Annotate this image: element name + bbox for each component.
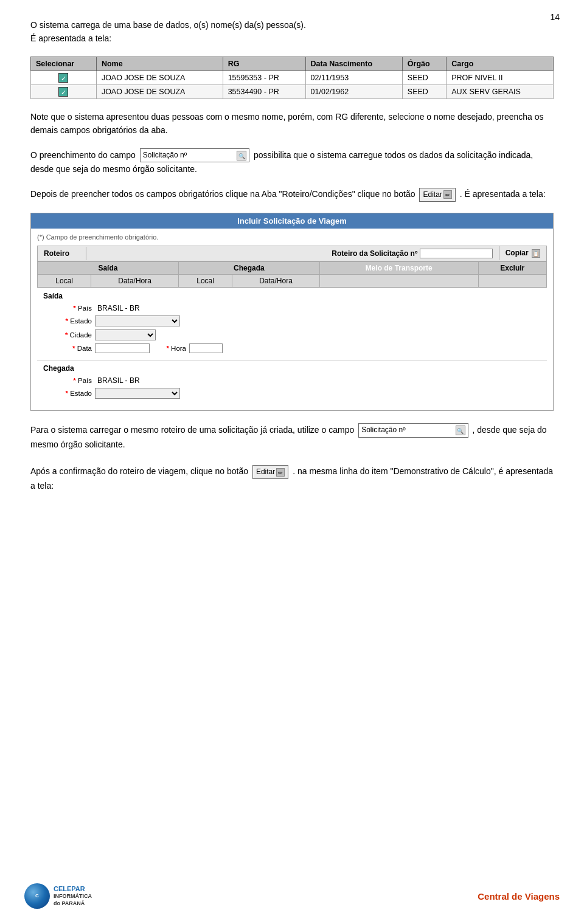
- preenchimento-paragraph: O preenchimento do campo Solicitação nº …: [30, 148, 554, 176]
- solicitacao-input2[interactable]: [406, 426, 454, 435]
- depois-text1: Depois de preencher todos os campos obri…: [30, 189, 415, 199]
- logo-informatica: INFORMÁTICA: [54, 893, 92, 900]
- col-excluir-sub: [478, 274, 546, 287]
- cidade-label: * Cidade: [43, 331, 92, 339]
- solicitacao-label2: Solicitação nº: [361, 424, 405, 436]
- cidade-row: * Cidade: [43, 329, 541, 340]
- check-icon[interactable]: ✓: [58, 73, 68, 83]
- check-icon[interactable]: ✓: [58, 87, 68, 97]
- depois-text2: . É apresentada a tela:: [460, 189, 546, 199]
- logo-celepar: CELEPAR: [54, 884, 92, 893]
- roteiro-header: Roteiro Roteiro da Solicitação nº Copiar…: [37, 246, 547, 261]
- intro-line2: É apresentada a tela:: [30, 32, 554, 45]
- depois-paragraph: Depois de preencher todos os campos obri…: [30, 187, 554, 202]
- editar-label: Editar: [423, 189, 442, 201]
- copiar-label: Copiar: [506, 249, 529, 257]
- orgao-cell: SEED: [402, 71, 446, 84]
- saida-title: Saída: [43, 292, 541, 300]
- col-datahora-chegada: Data/Hora: [232, 274, 320, 287]
- incluir-solicitacao-form: Incluir Solicitação de Viagem (*) Campo …: [30, 213, 554, 411]
- roteiro-sol: Roteiro da Solicitação nº: [86, 246, 499, 261]
- col-meio-transporte: Meio de Transporte: [319, 261, 478, 274]
- roteiro-sol-label: Roteiro da Solicitação nº: [332, 249, 417, 258]
- orgao-cell: SEED: [402, 84, 446, 98]
- solicitacao-field-snippet2: Solicitação nº 🔍: [358, 423, 468, 437]
- nome-cell: JOAO JOSE DE SOUZA: [96, 71, 223, 84]
- roteiro-sol-input[interactable]: [420, 249, 493, 258]
- solicitacao-label: Solicitação nº: [143, 150, 187, 161]
- intro-line1: O sistema carrega de uma base de dados, …: [30, 18, 554, 32]
- form-note: (*) Campo de preenchimento obrigatório.: [37, 233, 547, 241]
- table-row: ✓ JOAO JOSE DE SOUZA 15595353 - PR 02/11…: [31, 71, 554, 84]
- col-cargo: Cargo: [447, 57, 554, 71]
- nome-cell: JOAO JOSE DE SOUZA: [96, 84, 223, 98]
- data-cell: 02/11/1953: [305, 71, 402, 84]
- estado-select[interactable]: [95, 315, 180, 326]
- route-table: Saída Chegada Meio de Transporte Excluir…: [37, 261, 547, 288]
- rg-cell: 35534490 - PR: [223, 84, 305, 98]
- pais-value: BRASIL - BR: [97, 304, 140, 312]
- col-local-saida: Local: [38, 274, 91, 287]
- chegada-section: Chegada * País BRASIL - BR * Estado: [37, 360, 547, 405]
- solicitacao-field-snippet: Solicitação nº 🔍: [140, 148, 249, 162]
- col-saida: Saída: [38, 261, 179, 274]
- pais-label: * País: [43, 305, 92, 312]
- edit-icon: ✏: [443, 190, 452, 199]
- note-text: Note que o sistema apresentou duas pesso…: [30, 110, 554, 137]
- chegada-pais-value: BRASIL - BR: [97, 376, 140, 385]
- roteiro-label: Roteiro: [38, 247, 86, 260]
- preenchimento-text1: O preenchimento do campo: [30, 150, 136, 160]
- footer: C CELEPAR INFORMÁTICA do PARANÁ Central …: [0, 883, 584, 909]
- editar-button-snippet2[interactable]: Editar ✏: [252, 465, 288, 479]
- person-table: Selecionar Nome RG Data Nascimento Órgão…: [30, 57, 554, 99]
- col-selecionar: Selecionar: [31, 57, 97, 71]
- col-nome: Nome: [96, 57, 223, 71]
- cidade-select[interactable]: [95, 329, 156, 340]
- col-excluir: Excluir: [478, 261, 546, 274]
- edit-icon2: ✏: [276, 468, 285, 477]
- apos-text1: Após a confirmação do roteiro de viagem,…: [30, 466, 248, 476]
- estado-label: * Estado: [43, 317, 92, 325]
- col-meio-sub: [319, 274, 478, 287]
- chegada-pais-row: * País BRASIL - BR: [43, 376, 541, 385]
- page-number: 14: [550, 12, 560, 22]
- copy-icon: 📋: [532, 249, 540, 258]
- solicitacao-input[interactable]: [187, 151, 235, 160]
- logo-parana: do PARANÁ: [54, 900, 92, 908]
- estado-row: * Estado: [43, 315, 541, 326]
- data-hora-row: * Data * Hora: [43, 343, 541, 353]
- chegada-title: Chegada: [43, 364, 541, 373]
- chegada-estado-select[interactable]: [95, 388, 180, 399]
- hora-label: * Hora: [156, 345, 186, 352]
- editar-label2: Editar: [256, 466, 275, 478]
- chegada-estado-row: * Estado: [43, 388, 541, 399]
- para-text: Para o sistema carregar o mesmo roteiro …: [30, 425, 354, 435]
- chegada-pais-label: * País: [43, 377, 92, 384]
- apos-paragraph: Após a confirmação do roteiro de viagem,…: [30, 464, 554, 492]
- data-label: * Data: [43, 345, 92, 352]
- table-row: ✓ JOAO JOSE DE SOUZA 35534490 - PR 01/02…: [31, 84, 554, 98]
- pais-row: * País BRASIL - BR: [43, 304, 541, 312]
- editar-button-snippet[interactable]: Editar ✏: [419, 188, 455, 202]
- data-input[interactable]: [95, 343, 150, 353]
- rg-cell: 15595353 - PR: [223, 71, 305, 84]
- form-title: Incluir Solicitação de Viagem: [31, 213, 553, 229]
- search-icon[interactable]: 🔍: [237, 151, 246, 160]
- col-data-nascimento: Data Nascimento: [305, 57, 402, 71]
- footer-logo: C CELEPAR INFORMÁTICA do PARANÁ: [24, 883, 92, 909]
- footer-title: Central de Viagens: [478, 891, 560, 902]
- chegada-estado-label: * Estado: [43, 390, 92, 397]
- cargo-cell: PROF NIVEL II: [447, 71, 554, 84]
- col-local-chegada: Local: [178, 274, 232, 287]
- copiar-button[interactable]: Copiar 📋: [499, 246, 546, 260]
- saida-section: Saída * País BRASIL - BR * Estado * Cida…: [37, 288, 547, 360]
- search-icon2[interactable]: 🔍: [456, 426, 465, 435]
- hora-input[interactable]: [189, 343, 223, 353]
- col-chegada: Chegada: [178, 261, 319, 274]
- para-paragraph: Para o sistema carregar o mesmo roteiro …: [30, 423, 554, 451]
- cargo-cell: AUX SERV GERAIS: [447, 84, 554, 98]
- col-orgao: Órgão: [402, 57, 446, 71]
- col-rg: RG: [223, 57, 305, 71]
- col-datahora-saida: Data/Hora: [91, 274, 179, 287]
- data-cell: 01/02/1962: [305, 84, 402, 98]
